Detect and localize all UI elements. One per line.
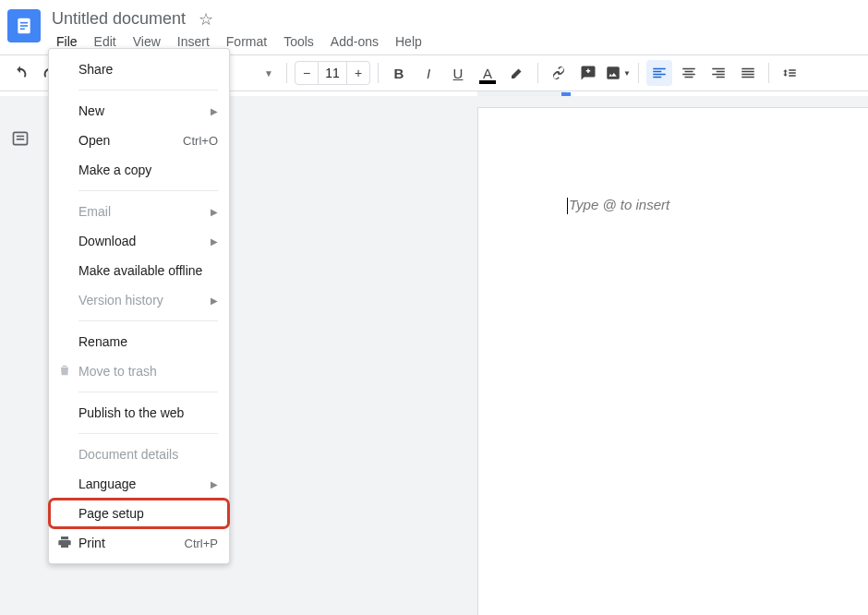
image-icon [605,65,621,81]
underline-button[interactable]: U [445,60,471,86]
comment-plus-icon [580,65,597,81]
trash-icon [56,363,73,380]
file-menu-new[interactable]: New▶ [49,96,229,126]
file-menu-rename[interactable]: Rename [49,327,229,356]
submenu-arrow-icon: ▶ [211,295,218,306]
highlight-button[interactable] [504,60,530,86]
link-icon [550,65,567,81]
file-menu-download[interactable]: Download▶ [49,226,229,256]
submenu-arrow-icon: ▶ [211,479,218,489]
text-color-icon: A [483,66,492,81]
caret-down-icon: ▼ [264,68,273,78]
align-center-icon [681,65,697,81]
svg-rect-2 [20,25,28,27]
bold-icon: B [394,66,404,81]
file-menu-doc-details[interactable]: Document details [49,440,229,469]
italic-button[interactable]: I [416,60,441,86]
add-comment-button[interactable] [575,60,601,86]
caret-down-icon: ▼ [623,69,631,78]
line-spacing-icon [781,65,798,81]
file-menu-share[interactable]: Share [49,54,229,84]
text-color-button[interactable]: A [475,60,500,86]
file-menu-email[interactable]: Email▶ [49,197,229,226]
menu-tools[interactable]: Tools [275,30,322,54]
file-menu-offline[interactable]: Make available offline [49,256,229,285]
align-right-button[interactable] [705,60,731,86]
bold-button[interactable]: B [386,60,412,86]
svg-rect-1 [20,22,28,24]
submenu-arrow-icon: ▶ [211,207,218,217]
page-placeholder: Type @ to insert [569,197,669,212]
submenu-arrow-icon: ▶ [211,106,218,116]
outline-icon [11,129,30,148]
insert-link-button[interactable] [546,60,572,86]
align-center-button[interactable] [676,60,702,86]
align-justify-button[interactable] [735,60,761,86]
file-menu-trash[interactable]: Move to trash [49,356,229,386]
star-icon[interactable]: ☆ [199,11,213,28]
document-page[interactable]: Type @ to insert [477,107,868,615]
menu-addons[interactable]: Add-ons [322,30,387,54]
undo-button[interactable] [7,60,33,86]
align-left-button[interactable] [646,60,672,86]
align-right-icon [710,65,727,81]
docs-app-icon[interactable] [7,9,41,42]
italic-icon: I [427,66,430,81]
file-menu-page-setup[interactable]: Page setup [49,499,229,528]
align-left-icon [651,65,668,81]
insert-image-button[interactable]: ▼ [605,60,631,86]
font-size-value[interactable]: 11 [318,62,347,84]
undo-icon [12,65,29,81]
font-size-control: − 11 + [295,61,370,85]
line-spacing-button[interactable] [777,60,802,86]
highlighter-icon [509,65,525,81]
document-title[interactable]: Untitled document [48,7,189,30]
font-size-increase[interactable]: + [347,62,369,84]
file-menu-open[interactable]: OpenCtrl+O [49,126,229,155]
underline-icon: U [453,66,464,81]
align-justify-icon [740,65,756,81]
svg-rect-3 [20,29,25,30]
shortcut-label: Ctrl+O [183,134,218,148]
file-menu-dropdown: Share New▶ OpenCtrl+O Make a copy Email▶… [48,48,230,564]
font-size-decrease[interactable]: − [295,62,318,84]
file-menu-make-copy[interactable]: Make a copy [49,155,229,185]
submenu-arrow-icon: ▶ [211,236,218,247]
file-menu-version-history[interactable]: Version history▶ [49,285,229,315]
document-outline-button[interactable] [11,129,30,615]
menu-help[interactable]: Help [387,30,430,54]
file-menu-print[interactable]: PrintCtrl+P [49,528,229,558]
text-cursor [567,198,568,214]
title-bar: Untitled document ☆ File Edit View Inser… [0,0,868,54]
shortcut-label: Ctrl+P [185,537,218,550]
file-menu-publish[interactable]: Publish to the web [49,398,229,428]
print-icon [56,535,73,552]
document-icon [15,15,33,37]
file-menu-language[interactable]: Language▶ [49,469,229,499]
